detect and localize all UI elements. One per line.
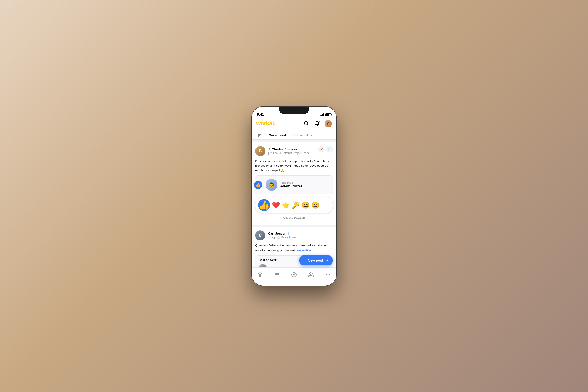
scene: 9:41 work xyxy=(0,0,588,392)
thumbs-up-icon: 👍 xyxy=(254,181,262,189)
post-header-2: C Carl Jensen 1h ago xyxy=(255,230,333,240)
status-icons xyxy=(320,114,331,116)
status-time: 9:41 xyxy=(257,112,264,116)
svg-line-1 xyxy=(307,124,308,126)
plus-icon: + xyxy=(304,258,306,263)
pin-button[interactable]: 📌 xyxy=(318,146,324,152)
tab-tasks[interactable] xyxy=(286,272,302,278)
filter-icon xyxy=(257,133,262,138)
notification-dot xyxy=(318,120,320,122)
app-logo: workai. xyxy=(256,120,275,127)
author-avatar-carl: C xyxy=(255,230,265,240)
person-icon xyxy=(268,148,271,151)
check-circle-icon xyxy=(291,272,297,278)
group-icon-2 xyxy=(278,236,280,239)
author-avatar-charles: C xyxy=(255,146,265,156)
reaction-happy[interactable]: 😄 xyxy=(302,202,310,209)
feed-icon xyxy=(274,272,280,278)
svg-point-15 xyxy=(326,274,326,275)
author-meta-1: just now Intranet Project Team xyxy=(268,152,309,155)
tab-more[interactable] xyxy=(320,272,336,278)
notch xyxy=(279,106,309,114)
post-header-1: C Charles Spencer just now xyxy=(255,146,333,156)
rec-avatar-adam: 👨 xyxy=(266,179,278,191)
choose-reaction-label: Choose reaction xyxy=(255,215,333,221)
rec-person-name: Adam Porter xyxy=(280,184,302,188)
svg-point-5 xyxy=(269,148,270,149)
reaction-star[interactable]: ⭐ xyxy=(282,202,290,209)
phone-shell: 9:41 work xyxy=(252,106,336,286)
recognition-card: 👍 👨 Team Player Adam Porter xyxy=(255,176,333,194)
more-icon xyxy=(325,272,331,278)
svg-point-8 xyxy=(278,236,279,238)
battery-icon xyxy=(326,114,331,116)
author-info-2: Carl Jensen 1h ago Sales Power xyxy=(268,232,296,239)
new-post-button[interactable]: + New post ∧ xyxy=(299,255,333,266)
tab-social-feed[interactable]: Social feed xyxy=(265,132,290,140)
reaction-key[interactable]: 🔑 xyxy=(292,202,300,209)
post-author-2: C Carl Jensen 1h ago xyxy=(255,230,296,240)
post-author-1: C Charles Spencer just now xyxy=(255,146,309,156)
rec-info: Team Player Adam Porter xyxy=(280,182,302,188)
group-icon-1 xyxy=(279,152,282,154)
verified-icon xyxy=(287,232,290,235)
screen: 9:41 work xyxy=(252,106,336,286)
author-name-1: Charles Spencer xyxy=(272,148,297,151)
header-icons: 👩 xyxy=(302,120,332,127)
app-content: workai. 👩 xyxy=(252,118,336,286)
svg-point-7 xyxy=(288,233,289,234)
search-button[interactable] xyxy=(302,120,310,127)
post-text-1: I'm very pleased with the cooperation wi… xyxy=(255,159,333,173)
reaction-picker: 👍 ❤️ ⭐ 🔑 😄 😢 xyxy=(255,197,333,213)
signal-icon xyxy=(320,114,324,116)
svg-point-12 xyxy=(310,272,311,274)
search-icon xyxy=(304,121,309,126)
author-info-1: Charles Spencer just now Intranet Projec… xyxy=(268,148,309,155)
bottom-tab-bar xyxy=(252,267,336,286)
svg-point-6 xyxy=(280,152,281,153)
reaction-heart[interactable]: ❤️ xyxy=(272,202,280,209)
rec-badge-label: Team Player xyxy=(280,182,302,184)
tab-people[interactable] xyxy=(302,272,320,278)
app-header: workai. 👩 xyxy=(252,118,336,130)
bookmark-button[interactable]: 📄 xyxy=(326,146,333,152)
reaction-sad[interactable]: 😢 xyxy=(312,202,320,209)
tab-home[interactable] xyxy=(252,272,268,278)
people-icon xyxy=(308,272,314,278)
new-post-label: New post xyxy=(308,258,323,262)
filter-button[interactable] xyxy=(256,132,262,139)
home-icon xyxy=(257,272,263,278)
user-avatar[interactable]: 👩 xyxy=(324,120,332,127)
svg-point-14 xyxy=(329,274,330,275)
notifications-button[interactable] xyxy=(314,120,321,127)
reaction-like[interactable]: 👍 xyxy=(258,199,270,211)
post-text-2: Question! What's the best way to remind … xyxy=(255,243,333,252)
author-name-2: Carl Jensen xyxy=(268,232,286,236)
tab-communities[interactable]: Communities xyxy=(290,132,316,140)
post-card-1: C Charles Spencer just now xyxy=(252,142,336,225)
hashtag: #salestips xyxy=(296,248,311,252)
author-meta-2: 1h ago Sales Power xyxy=(268,236,296,239)
svg-point-13 xyxy=(328,274,328,275)
nav-tabs: Social feed Communities xyxy=(252,130,336,140)
post-actions-1: 📌 📄 xyxy=(318,146,333,152)
chevron-up-icon: ∧ xyxy=(326,258,328,262)
tab-feed[interactable] xyxy=(268,272,286,278)
